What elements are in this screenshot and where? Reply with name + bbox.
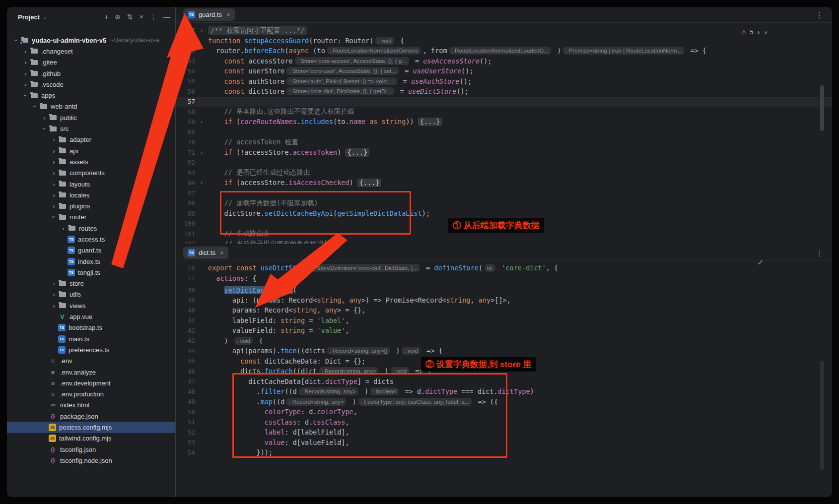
code-line-54[interactable]: 54 const userStore: Store<'core-user', A…	[176, 66, 832, 76]
tree-item-bootstrap-ts[interactable]: TSbootstrap.ts	[7, 322, 175, 333]
tree-item-postcss-config-mjs[interactable]: JSpostcss.config.mjs	[7, 422, 175, 433]
tree-item-tsconfig-node-json[interactable]: {}tsconfig.node.json	[7, 455, 175, 466]
tree-item-views[interactable]: ›views	[7, 300, 175, 311]
locate-icon[interactable]: ⊕	[115, 13, 121, 21]
tree-item-public[interactable]: ›public	[7, 112, 175, 123]
tree-item--github[interactable]: ›.github	[7, 68, 175, 79]
code-line-41[interactable]: 41 labelField: string = 'label',	[176, 315, 832, 326]
tree-item-routes[interactable]: ›routes	[7, 223, 175, 234]
collapse-all-icon[interactable]: ×	[140, 13, 143, 21]
tree-item--changeset[interactable]: ›.changeset	[7, 46, 175, 57]
tree-item-tailwind-config-mjs[interactable]: JStailwind.config.mjs	[7, 433, 175, 444]
chevron-icon[interactable]: ›	[50, 181, 58, 188]
code-line-40[interactable]: 40 params: Record<string, any> = {},	[176, 305, 832, 315]
tree-item-locales[interactable]: ›locales	[7, 189, 175, 200]
hide-icon[interactable]: —	[163, 13, 170, 21]
tree-item-adapter[interactable]: ›adapter	[7, 134, 175, 145]
tree-item-index-ts[interactable]: TSindex.ts	[7, 256, 175, 267]
chevron-icon[interactable]: ›	[21, 81, 30, 88]
code-line-52[interactable]: 52 label: d[labelField],	[176, 427, 832, 438]
fold-chevron-icon[interactable]: ›	[197, 27, 206, 34]
code-line-43[interactable]: 43 ) : void {	[176, 336, 832, 346]
chevron-icon[interactable]: ›	[50, 169, 58, 177]
close-icon[interactable]: ×	[226, 11, 230, 18]
chevron-icon[interactable]: ›	[50, 280, 58, 287]
guard-code-area[interactable]: 47›/** 权限访问守卫配置 ...*/51function setupAcc…	[176, 23, 832, 244]
tree-item-guard-ts[interactable]: TSguard.ts	[7, 245, 175, 256]
code-line-97[interactable]: 97	[176, 188, 832, 198]
code-line-42[interactable]: 42 valueField: string = 'value',	[176, 325, 832, 336]
code-line-70[interactable]: 70 // accessToken 检查	[176, 137, 832, 148]
tree-item-plugins[interactable]: ›plugins	[7, 200, 175, 211]
tree-item-layouts[interactable]: ›layouts	[7, 179, 175, 189]
tree-item-router[interactable]: ›router	[7, 212, 175, 223]
chevron-icon[interactable]: ›	[41, 125, 48, 133]
code-line-102[interactable]: 102 // 当前登录用户拥有的角色标识列表	[176, 239, 832, 245]
more-options-icon[interactable]: ⋮	[816, 249, 823, 258]
tree-item-tongji-ts[interactable]: TStongji.ts	[7, 267, 175, 278]
code-line-100[interactable]: 100	[176, 219, 832, 229]
more-icon[interactable]: ⋮	[150, 13, 157, 21]
code-line-53[interactable]: 53 const accessStore: Store<'core-access…	[176, 56, 832, 66]
tree-item--vscode[interactable]: ›.vscode	[7, 79, 175, 90]
project-tree[interactable]: ›yudao-ui-admin-vben-v5~/Java/yudao-ui-a…	[7, 35, 175, 497]
tree-item--env-development[interactable]: ≡.env.development	[7, 378, 175, 388]
tree-item-store[interactable]: ›store	[7, 278, 175, 289]
tree-item-web-antd[interactable]: ›web-antd	[7, 101, 175, 112]
tree-item-main-ts[interactable]: TSmain.ts	[7, 333, 175, 344]
inspections-widget[interactable]: ⚠5 ∧ ∨	[741, 29, 768, 36]
next-problem-icon[interactable]: ∨	[764, 30, 768, 35]
guard-scrollbar[interactable]	[820, 85, 824, 131]
tree-item--gitee[interactable]: ›.gitee	[7, 57, 175, 68]
code-line-39[interactable]: 39 api: (params: Record<string, any>) =>…	[176, 295, 832, 306]
tree-item-tsconfig-json[interactable]: {}tsconfig.json	[7, 444, 175, 455]
tree-item-api[interactable]: ›api	[7, 145, 175, 156]
tree-item-apps[interactable]: ›apps	[7, 90, 175, 101]
code-line-50[interactable]: 50 colorType: d.colorType,	[176, 407, 832, 417]
code-line-45[interactable]: 45 const dictCacheData: Dict = {};	[176, 356, 832, 367]
code-line-55[interactable]: 55 const authStore: Store<'auth', Pick<{…	[176, 76, 832, 87]
code-line-53[interactable]: 53 value: d[valueField],	[176, 438, 832, 448]
project-panel-title[interactable]: Project	[18, 13, 40, 21]
code-line-92[interactable]: 92	[176, 158, 832, 168]
code-line-94[interactable]: 94› if (accessStore.isAccessChecked) {..…	[176, 178, 832, 189]
chevron-icon[interactable]: ›	[50, 136, 58, 143]
code-line-51[interactable]: 51function setupAccessGuard(router: Rout…	[176, 36, 832, 46]
dict-scrollbar[interactable]	[820, 361, 824, 470]
tab-dict-ts[interactable]: TS dict.ts ×	[183, 247, 228, 259]
code-line-49[interactable]: 49 .map((d: Record<string, any> ): { col…	[176, 397, 832, 407]
prev-problem-icon[interactable]: ∧	[757, 30, 760, 35]
tree-item-index-html[interactable]: <>index.html	[7, 400, 175, 411]
tree-item--env-production[interactable]: ≡.env.production	[7, 389, 175, 400]
code-line-38[interactable]: 38 setDictCacheByApi(	[176, 285, 832, 295]
fold-chevron-icon[interactable]: ›	[197, 119, 206, 125]
tree-item-preferences-ts[interactable]: TSpreferences.ts	[7, 344, 175, 355]
tree-item-src[interactable]: ›src	[7, 123, 175, 134]
code-line-16[interactable]: 16export const useDictStore: StoreDefini…	[176, 263, 832, 273]
code-line-98[interactable]: 98 // 加载字典数据(不阻塞加载)	[176, 198, 832, 209]
chevron-icon[interactable]: ›	[22, 91, 29, 100]
code-line-93[interactable]: 93 // 是否已经生成过动态路由	[176, 168, 832, 178]
tree-item-package-json[interactable]: {}package.json	[7, 411, 175, 422]
chevron-icon[interactable]: ›	[40, 114, 49, 122]
more-options-icon[interactable]: ⋮	[816, 11, 823, 20]
tree-item-app-vue[interactable]: Vapp.vue	[7, 311, 175, 322]
code-line-99[interactable]: 99 dictStore.setDictCacheByApi(getSimple…	[176, 208, 832, 219]
code-line-56[interactable]: 56 const dictStore: Store<'core-dict', D…	[176, 86, 832, 97]
tree-item-access-ts[interactable]: TSaccess.ts	[7, 234, 175, 245]
tree-item--env-analyze[interactable]: ≡.env.analyze	[7, 367, 175, 378]
chevron-icon[interactable]: ›	[50, 158, 58, 166]
chevron-icon[interactable]: ›	[50, 302, 58, 310]
code-line-52[interactable]: 52 router.beforeEach(async (to: RouteLoc…	[176, 46, 832, 56]
chevron-icon[interactable]: ›	[21, 48, 30, 55]
chevron-icon[interactable]: ›	[12, 36, 20, 45]
code-line-71[interactable]: 71› if (!accessStore.accessToken) {...}	[176, 147, 832, 158]
code-line-44[interactable]: 44 api(params).then((dicts: Record<strin…	[176, 346, 832, 356]
code-line-54[interactable]: 54 }));	[176, 447, 832, 458]
code-line-59[interactable]: 59› if (coreRouteNames.includes(to.name …	[176, 117, 832, 127]
chevron-icon[interactable]: ›	[59, 225, 68, 232]
tree-item--env[interactable]: ≡.env	[7, 356, 175, 367]
chevron-icon[interactable]: ›	[50, 213, 58, 221]
tree-item-assets[interactable]: ›assets	[7, 156, 175, 167]
code-line-46[interactable]: 46 dicts.forEach((dict: Record<string, a…	[176, 366, 832, 377]
